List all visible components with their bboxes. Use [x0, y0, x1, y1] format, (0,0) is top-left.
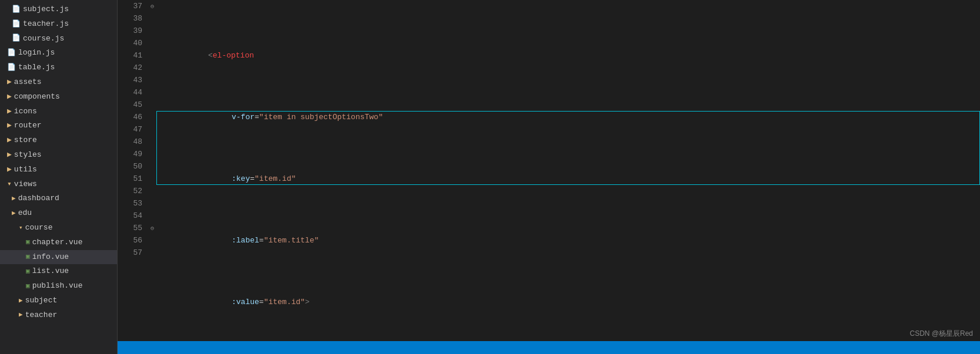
vue-icon: ▣: [26, 281, 30, 292]
folder-icon: ▶: [7, 120, 12, 132]
ln-54: 54: [118, 210, 142, 222]
fold-37[interactable]: ⊖: [148, 0, 156, 12]
sidebar-item-edu[interactable]: ▶ edu: [0, 206, 117, 221]
sidebar-item-teacher[interactable]: ▶ teacher: [0, 308, 117, 323]
ln-38: 38: [118, 12, 142, 25]
sidebar-item-utils[interactable]: ▶ utils: [0, 163, 117, 177]
ln-50: 50: [118, 160, 142, 173]
watermark: CSDN @杨星辰Red: [909, 329, 973, 339]
ln-47: 47: [118, 123, 142, 136]
sidebar-item-subject-js[interactable]: 📄 subject.js: [0, 2, 117, 17]
ln-52: 52: [118, 185, 142, 197]
ln-40: 40: [118, 37, 142, 49]
sidebar-item-store[interactable]: ▶ store: [0, 133, 117, 148]
vue-icon: ▣: [26, 252, 30, 262]
sidebar-label: components: [14, 91, 60, 103]
sidebar-label: subject: [25, 295, 58, 307]
sidebar-label: dashboard: [18, 193, 59, 205]
folder-icon: ▶: [7, 149, 12, 161]
code-content[interactable]: <el-option v-for="item in subjectOptions…: [156, 0, 980, 354]
ln-46: 46: [118, 111, 142, 123]
sidebar-item-subject[interactable]: ▶ subject: [0, 294, 117, 308]
ln-41: 41: [118, 49, 142, 62]
ln-43: 43: [118, 74, 142, 86]
file-icon: 📄: [7, 62, 16, 73]
sidebar-label: teacher.js: [23, 18, 69, 31]
sidebar-item-views[interactable]: ▾ views: [0, 177, 117, 192]
sidebar-label: utils: [14, 164, 37, 176]
sidebar-label: table.js: [18, 62, 55, 74]
code-line-38: v-for="item in subjectOptionsTwo": [161, 111, 980, 123]
folder-icon: ▶: [7, 164, 12, 176]
ln-42: 42: [118, 62, 142, 74]
code-line-41: :value="item.id">: [161, 296, 980, 308]
sidebar-label: icons: [14, 106, 37, 118]
sidebar-label: assets: [14, 76, 42, 89]
ln-48: 48: [118, 136, 142, 148]
sidebar-label: course.js: [23, 33, 64, 45]
sidebar-item-styles[interactable]: ▶ styles: [0, 148, 117, 163]
folder-icon: ▶: [12, 194, 16, 204]
code-editor[interactable]: 37 38 39 40 41 42 43 44 45 46 47 48 49 5…: [118, 0, 980, 354]
file-icon: 📄: [12, 19, 21, 30]
status-bar: [118, 341, 980, 354]
sidebar-item-dashboard[interactable]: ▶ dashboard: [0, 191, 117, 206]
vue-icon: ▣: [26, 267, 30, 277]
ln-57: 57: [118, 247, 142, 259]
sidebar-item-list-vue[interactable]: ▣ list.vue: [0, 264, 117, 279]
sidebar-label: login.js: [18, 47, 55, 59]
sidebar-label: course: [25, 222, 53, 234]
vue-icon: ▣: [26, 237, 30, 248]
line-numbers: 37 38 39 40 41 42 43 44 45 46 47 48 49 5…: [118, 0, 148, 354]
code-line-39: :key="item.id": [161, 173, 980, 185]
sidebar-label: views: [14, 178, 37, 191]
sidebar-item-chapter-vue[interactable]: ▣ chapter.vue: [0, 235, 117, 250]
folder-icon: ▶: [7, 76, 12, 89]
sidebar-label: router: [14, 120, 42, 132]
folder-icon: ▾: [7, 178, 12, 191]
folder-icon: ▶: [12, 208, 16, 219]
ln-39: 39: [118, 25, 142, 37]
sidebar-label: list.vue: [32, 265, 69, 278]
ln-51: 51: [118, 173, 142, 185]
sidebar-label: store: [14, 134, 37, 147]
folder-icon: ▶: [7, 91, 12, 103]
sidebar-label: subject.js: [23, 4, 69, 16]
sidebar-label: info.vue: [32, 251, 69, 264]
sidebar-item-login-js[interactable]: 📄 login.js: [0, 46, 117, 60]
sidebar-label: styles: [14, 149, 42, 161]
file-icon: 📄: [12, 33, 21, 44]
sidebar-label: teacher: [25, 309, 58, 322]
sidebar-item-publish-vue[interactable]: ▣ publish.vue: [0, 279, 117, 294]
sidebar-item-teacher-js[interactable]: 📄 teacher.js: [0, 17, 117, 32]
sidebar-item-icons[interactable]: ▶ icons: [0, 104, 117, 119]
sidebar-label: chapter.vue: [32, 237, 83, 249]
sidebar-item-table-js[interactable]: 📄 table.js: [0, 60, 117, 75]
fold-indicators: ⊖ ⊖: [148, 0, 156, 354]
ln-44: 44: [118, 86, 142, 99]
sidebar-label: publish.vue: [32, 280, 83, 292]
ln-56: 56: [118, 234, 142, 247]
folder-icon: ▶: [19, 296, 23, 306]
sidebar-item-components[interactable]: ▶ components: [0, 90, 117, 104]
folder-icon: ▶: [7, 106, 12, 118]
code-line-40: :label="item.title": [161, 234, 980, 247]
ln-55: 55: [118, 222, 142, 234]
ln-45: 45: [118, 99, 142, 111]
ln-37: 37: [118, 0, 142, 12]
sidebar-item-course-js[interactable]: 📄 course.js: [0, 32, 117, 46]
sidebar-item-course[interactable]: ▾ course: [0, 221, 117, 235]
file-explorer: 📄 subject.js 📄 teacher.js 📄 course.js 📄 …: [0, 0, 118, 354]
folder-icon: ▶: [19, 310, 23, 321]
sidebar-item-info-vue[interactable]: ▣ info.vue: [0, 250, 117, 265]
folder-icon: ▶: [7, 134, 12, 147]
sidebar-item-router[interactable]: ▶ router: [0, 119, 117, 133]
code-line-37: <el-option: [161, 49, 980, 62]
fold-55[interactable]: ⊖: [148, 222, 156, 234]
file-icon: 📄: [12, 4, 21, 15]
sidebar-label: edu: [18, 207, 32, 220]
ln-53: 53: [118, 197, 142, 210]
folder-open-icon: ▾: [19, 223, 23, 234]
ln-49: 49: [118, 148, 142, 160]
sidebar-item-assets[interactable]: ▶ assets: [0, 75, 117, 90]
